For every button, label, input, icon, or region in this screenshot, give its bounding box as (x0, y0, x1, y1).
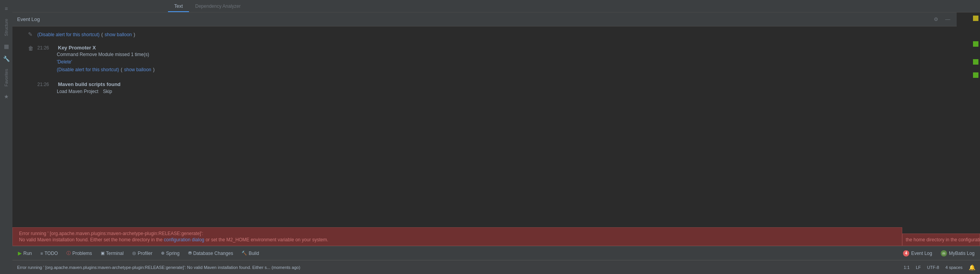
event-log-panel: Event Log ⚙ — ✎ (Disable alert for this … (12, 12, 957, 227)
spring-button[interactable]: ⊕ Spring (157, 249, 184, 258)
run-label: Run (23, 251, 32, 256)
build-button[interactable]: 🔨 Build (238, 249, 263, 258)
error-notification: Error running ' [org.apache.maven.plugin… (12, 227, 902, 246)
structure-label[interactable]: Structure (4, 19, 9, 36)
error-overflow-text: the home directory in the configurati (906, 237, 980, 242)
problems-button[interactable]: ⓘ Problems (63, 249, 96, 258)
status-message[interactable]: Error running ' [org.apache.maven.plugin… (17, 265, 904, 270)
status-encoding[interactable]: UTF-8 (927, 265, 939, 270)
problems-label: Problems (72, 251, 92, 256)
mybatis-log-label: MyBatis Log (949, 251, 975, 256)
favorites-label[interactable]: Favorites (4, 69, 9, 86)
skip-action[interactable]: Skip (103, 89, 112, 94)
show-balloon-link-2[interactable]: show balloon (124, 67, 151, 72)
star-icon[interactable]: ★ (1, 91, 12, 102)
entry3-content: 21:26 Maven build scripts found Load Mav… (37, 81, 954, 94)
todo-label: TODO (44, 251, 58, 256)
delete-shortcut-link[interactable]: 'Delete' (57, 59, 72, 65)
spring-label: Spring (166, 251, 180, 256)
entry1-close-paren: ) (133, 32, 135, 37)
entry1-content: (Disable alert for this shortcut) ( show… (37, 31, 954, 38)
wrench-icon[interactable]: 🔧 (1, 53, 12, 64)
entry2-paren-close: ) (153, 67, 154, 72)
entry3-title: Maven build scripts found (58, 81, 121, 87)
db-changes-button[interactable]: ⛃ Database Changes (184, 249, 237, 258)
status-position[interactable]: 1:1 (904, 265, 910, 270)
entry2-time: 21:26 (37, 45, 55, 51)
problems-icon: ⓘ (66, 250, 71, 256)
bottom-toolbar: ▶ Run ≡ TODO ⓘ Problems ▣ Terminal ◎ Pro… (12, 246, 980, 260)
error-main-text: Error running ' [org.apache.maven.plugin… (19, 231, 896, 236)
profiler-icon: ◎ (132, 251, 136, 256)
ok-indicator-1[interactable] (973, 41, 978, 47)
entry-spacer-2 (12, 74, 957, 80)
tab-text[interactable]: Text (168, 1, 189, 12)
delete-icon: 🗑 (28, 45, 37, 51)
disable-alert-link[interactable]: (Disable alert for this shortcut) (37, 32, 100, 37)
error-config-link[interactable]: configuration dialog (164, 237, 204, 242)
show-balloon-link-1[interactable]: show balloon (105, 32, 132, 37)
mybatis-log-button[interactable]: m MyBatis Log (937, 249, 978, 258)
entry2-message: Command Remove Module missed 1 time(s) (57, 52, 954, 57)
build-label: Build (248, 251, 259, 256)
structure-icon[interactable]: ≡ (1, 3, 12, 14)
event-log-toolbar: ⚙ — (932, 15, 952, 24)
entry2-title: Key Promoter X (58, 45, 96, 51)
error-detail-text1: No valid Maven installation found. Eithe… (19, 237, 164, 242)
minimize-icon[interactable]: — (943, 15, 952, 24)
db-changes-icon: ⛃ (188, 251, 192, 256)
terminal-button[interactable]: ▣ Terminal (97, 249, 128, 258)
event-log-header: Event Log ⚙ — (12, 12, 957, 26)
event-log-badge: 4 (903, 250, 909, 256)
profiler-button[interactable]: ◎ Profiler (128, 249, 156, 258)
entry1-separator: ( (102, 32, 103, 37)
event-log-btn-label: Event Log (911, 251, 932, 256)
run-play-icon: ▶ (18, 250, 22, 256)
todo-button[interactable]: ≡ TODO (37, 249, 62, 258)
status-line-ending[interactable]: LF (916, 265, 921, 270)
status-indent[interactable]: 4 spaces (945, 265, 962, 270)
event-log-title: Event Log (17, 16, 40, 22)
spring-icon: ⊕ (161, 251, 164, 256)
warning-indicator[interactable] (973, 16, 978, 21)
profiler-label: Profiler (138, 251, 152, 256)
entry2-paren-open: ( (121, 67, 122, 72)
log-entry-maven: 21:26 Maven build scripts found Load Mav… (12, 80, 957, 95)
run-button[interactable]: ▶ Run (14, 249, 36, 258)
entry-spacer-1 (12, 39, 957, 44)
terminal-icon: ▣ (101, 251, 105, 256)
load-maven-action[interactable]: Load Maven Project (57, 89, 98, 94)
status-bar: Error running ' [org.apache.maven.plugin… (12, 260, 980, 274)
log-entry-disable-alert: ✎ (Disable alert for this shortcut) ( sh… (12, 30, 957, 39)
todo-icon: ≡ (40, 251, 43, 256)
status-right: 1:1 LF UTF-8 4 spaces 🔔 (904, 264, 975, 270)
settings-icon[interactable]: ⚙ (932, 15, 940, 24)
error-right-overflow: the home directory in the configurati co… (902, 234, 980, 246)
db-changes-label: Database Changes (193, 251, 233, 256)
layers-icon[interactable]: ▦ (1, 41, 12, 52)
ok-indicator-3[interactable] (973, 72, 978, 78)
right-indicators (957, 12, 980, 227)
tab-dependency-analyzer[interactable]: Dependency Analyzer (189, 1, 247, 12)
terminal-label: Terminal (106, 251, 124, 256)
event-log-button[interactable]: 4 Event Log (899, 249, 936, 258)
entry3-time: 21:26 (37, 82, 55, 87)
mybatis-icon: m (941, 250, 947, 256)
edit-icon: ✎ (28, 31, 37, 37)
top-tabs: Text Dependency Analyzer (12, 0, 980, 12)
entry2-content: 21:26 Key Promoter X Command Remove Modu… (37, 45, 954, 73)
ok-indicator-2[interactable] (973, 59, 978, 65)
status-notification-icon[interactable]: 🔔 (969, 264, 975, 270)
error-detail-row: No valid Maven installation found. Eithe… (19, 237, 896, 242)
maven-icon-placeholder (28, 81, 37, 82)
event-log-content: ✎ (Disable alert for this shortcut) ( sh… (12, 26, 957, 227)
log-entry-key-promoter: 🗑 21:26 Key Promoter X Command Remove Mo… (12, 44, 957, 74)
build-icon: 🔨 (242, 251, 247, 256)
disable-alert-link-2[interactable]: (Disable alert for this shortcut) (57, 67, 119, 72)
error-detail-text2: or set the M2_HOME environment variable … (206, 237, 328, 242)
left-sidebar: ≡ Structure ▦ 🔧 Favorites ★ (0, 0, 12, 274)
